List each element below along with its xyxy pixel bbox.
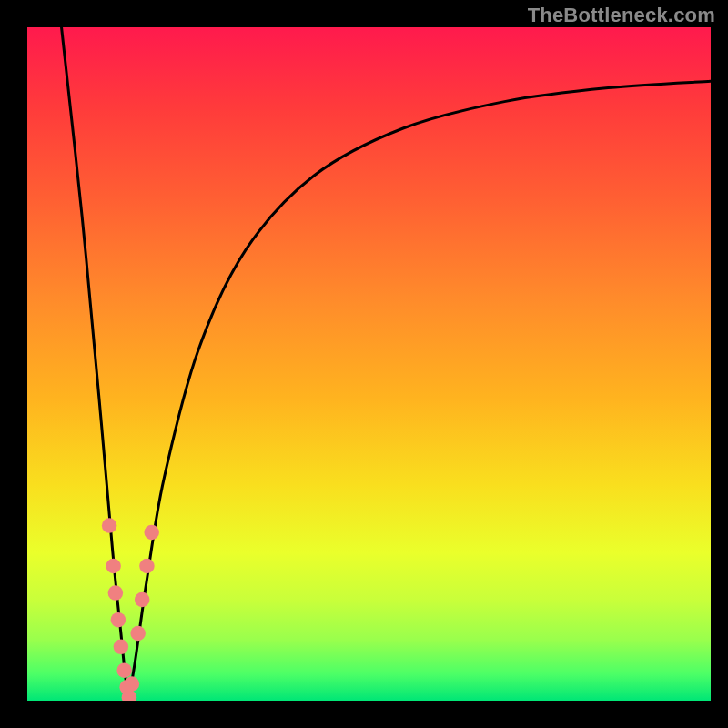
marker-dot	[111, 612, 126, 628]
marker-dot	[102, 518, 117, 533]
marker-dot	[125, 676, 140, 692]
marker-dot	[108, 585, 124, 601]
curve-right-branch	[128, 81, 711, 701]
marker-dot	[144, 525, 159, 541]
marker-dot	[114, 640, 129, 655]
plot-area	[27, 27, 711, 701]
marker-dot	[139, 559, 155, 574]
marker-dot	[130, 626, 146, 642]
marker-dot	[116, 662, 132, 678]
curve-layer	[27, 27, 711, 701]
marker-dot	[135, 592, 150, 608]
marker-dot	[106, 559, 121, 574]
chart-frame: TheBottleneck.com	[0, 0, 728, 728]
watermark-label: TheBottleneck.com	[528, 4, 715, 27]
